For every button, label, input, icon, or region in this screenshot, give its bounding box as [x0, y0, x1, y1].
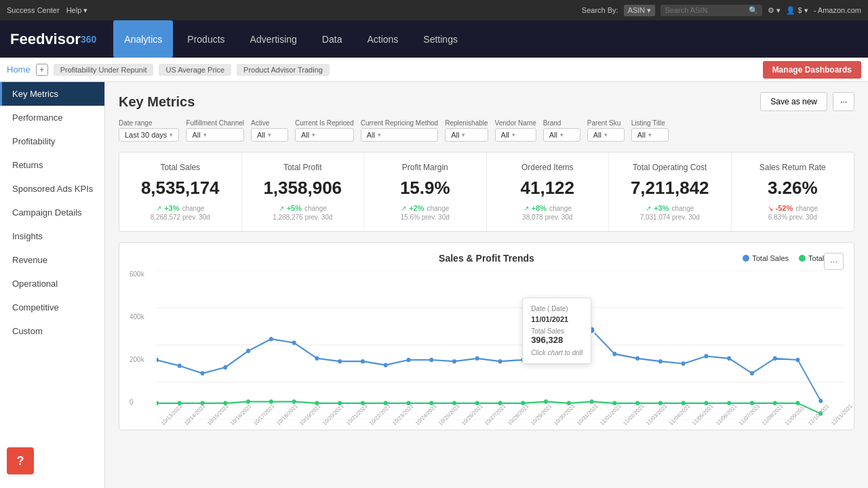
- settings-icon[interactable]: ⚙ ▾: [768, 6, 781, 15]
- tooltip-sales-label: Total Sales: [531, 327, 583, 335]
- filter-select-sku[interactable]: All ▾: [587, 128, 625, 142]
- prev-label-profit: prev. 30d: [304, 214, 332, 221]
- breadcrumb-add-btn[interactable]: +: [36, 64, 48, 76]
- metric-name-operating: Total Operating Cost: [617, 163, 723, 172]
- nav-item-analytics[interactable]: Analytics: [113, 20, 173, 58]
- sidebar-item-competitive[interactable]: Competitive: [0, 296, 104, 319]
- sales-dot-15: [498, 359, 502, 364]
- sidebar-item-revenue[interactable]: Revenue: [0, 248, 104, 272]
- sidebar-item-insights[interactable]: Insights: [0, 224, 104, 248]
- sidebar-item-profitability[interactable]: Profitability: [0, 129, 104, 153]
- sidebar-item-custom[interactable]: Custom: [0, 319, 104, 343]
- filter-select-repriced[interactable]: All ▾: [295, 128, 354, 142]
- filter-label-brand: Brand: [543, 119, 580, 127]
- metric-ordered-items: Ordered Items 41,122 ↗ +8% change 38,078…: [487, 152, 610, 231]
- sidebar-item-performance[interactable]: Performance: [0, 106, 104, 129]
- up-arrow-icon-operating: ↗: [646, 205, 651, 212]
- metric-return-rate: Sales Return Rate 3.26% ↘ -52% change 6.…: [732, 152, 854, 231]
- manage-dashboards-btn[interactable]: Manage Dashboards: [763, 61, 861, 79]
- success-center-link[interactable]: Success Center: [7, 6, 60, 14]
- top-bar-left: Success Center Help ▾: [7, 6, 87, 15]
- amazon-account[interactable]: 👤 $ ▾: [786, 6, 808, 15]
- question-mark-icon: ?: [17, 454, 24, 468]
- nav-item-data[interactable]: Data: [311, 20, 353, 58]
- sidebar: Key Metrics Performance Profitability Re…: [0, 82, 105, 488]
- sales-dot-1: [178, 364, 182, 369]
- sidebar-item-sponsored-ads[interactable]: Sponsored Ads KPIs: [0, 177, 104, 201]
- breadcrumb-tab-0[interactable]: Profitability Under Repunit: [54, 64, 154, 76]
- metric-name-sales: Total Sales: [127, 163, 233, 172]
- legend-total-sales: Total Sales: [743, 254, 789, 262]
- search-filter-select[interactable]: ASIN ▾: [624, 5, 656, 16]
- up-arrow-icon-ordered: ↗: [524, 205, 529, 212]
- sales-dot-3: [223, 365, 227, 370]
- more-options-btn[interactable]: ···: [833, 92, 854, 111]
- filter-repriced: Current Is Repriced All ▾: [295, 119, 354, 142]
- sales-dot-4: [246, 349, 250, 354]
- profit-line: [157, 402, 821, 414]
- prev-value-operating: 7,031,074 prev. 30d: [617, 214, 723, 221]
- filter-select-replenishable[interactable]: All ▾: [445, 128, 488, 142]
- filter-select-date[interactable]: Last 30 days ▾: [119, 128, 179, 142]
- chart-svg[interactable]: [157, 270, 844, 420]
- chevron-down-icon-4: ▾: [312, 131, 315, 138]
- filter-select-listing[interactable]: All ▾: [631, 128, 669, 142]
- filter-select-active[interactable]: All ▾: [251, 128, 288, 142]
- sidebar-item-returns[interactable]: Returns: [0, 153, 104, 177]
- filter-select-vendor[interactable]: All ▾: [495, 128, 536, 142]
- change-label-margin: change: [427, 205, 450, 212]
- up-arrow-icon-margin: ↗: [401, 205, 406, 212]
- nav-item-products[interactable]: Products: [176, 20, 235, 58]
- sales-dot-14: [475, 357, 479, 361]
- filter-select-repricing[interactable]: All ▾: [361, 128, 439, 142]
- sidebar-item-key-metrics[interactable]: Key Metrics: [0, 82, 104, 106]
- nav-item-actions[interactable]: Actions: [356, 20, 409, 58]
- help-menu[interactable]: Help ▾: [66, 6, 88, 15]
- filter-select-brand[interactable]: All ▾: [543, 128, 580, 142]
- change-pct-margin: +2%: [409, 204, 424, 212]
- filter-replenishable: Replenishable All ▾: [445, 119, 488, 142]
- prev-label-sales: prev. 30d: [182, 214, 210, 221]
- breadcrumb-home[interactable]: Home: [7, 64, 31, 75]
- nav-item-advertising[interactable]: Advertising: [239, 20, 308, 58]
- chevron-down-icon-10: ▾: [648, 131, 652, 138]
- breadcrumb-tab-2[interactable]: Product Advisor Trading: [237, 64, 330, 76]
- nav-item-settings[interactable]: Settings: [412, 20, 469, 58]
- tooltip-hint: Click chart to drill: [531, 349, 583, 357]
- chart-legend: Total Sales Total Profit: [606, 254, 844, 262]
- save-as-new-btn[interactable]: Save as new: [760, 92, 827, 111]
- breadcrumb-tab-1[interactable]: US Average Price: [159, 64, 231, 76]
- amazon-label: - Amazon.com: [814, 6, 861, 14]
- metric-name-margin: Profit Margin: [372, 163, 478, 172]
- sales-dot-24: [705, 354, 709, 359]
- up-arrow-icon-sales: ↗: [156, 205, 161, 212]
- sales-dot-12: [429, 358, 433, 363]
- chart-area[interactable]: 600k 400k 200k 0: [130, 270, 844, 420]
- filter-label-repriced: Current Is Repriced: [295, 119, 354, 127]
- help-button[interactable]: ?: [7, 447, 34, 474]
- metric-value-profit: 1,358,906: [250, 178, 356, 199]
- prev-value-return: 6.83% prev. 30d: [740, 214, 846, 221]
- chart-more-btn[interactable]: ···: [824, 253, 844, 270]
- sales-dot-23: [682, 361, 686, 366]
- sales-dot-9: [361, 359, 365, 364]
- top-bar-right: Search By: ASIN ▾ 🔍 ⚙ ▾ 👤 $ ▾ - Amazon.c…: [582, 5, 861, 16]
- filter-select-fulfillment[interactable]: All ▾: [186, 128, 244, 142]
- search-bar[interactable]: 🔍: [660, 5, 762, 16]
- sales-dot-5: [269, 337, 273, 342]
- metric-change-sales: ↗ +3% change: [127, 204, 233, 212]
- logo: Feedvisor360: [10, 30, 96, 48]
- metric-change-ordered: ↗ +8% change: [495, 204, 601, 212]
- metrics-grid: Total Sales 8,535,174 ↗ +3% change 8,268…: [119, 152, 854, 232]
- search-input[interactable]: [665, 6, 746, 14]
- sidebar-item-operational[interactable]: Operational: [0, 272, 104, 296]
- sidebar-item-campaign-details[interactable]: Campaign Details: [0, 201, 104, 224]
- top-bar: Success Center Help ▾ Search By: ASIN ▾ …: [0, 0, 868, 20]
- filter-label-replenishable: Replenishable: [445, 119, 488, 127]
- metric-value-ordered: 41,122: [495, 178, 601, 199]
- chart-tooltip: Date (.Date) 11/01/2021 Total Sales 396,…: [522, 298, 591, 364]
- prev-label-return: prev. 30d: [789, 214, 817, 221]
- metric-change-profit: ↗ +5% change: [250, 204, 356, 212]
- sales-dot-29: [818, 399, 823, 403]
- change-pct-sales: +3%: [164, 204, 179, 212]
